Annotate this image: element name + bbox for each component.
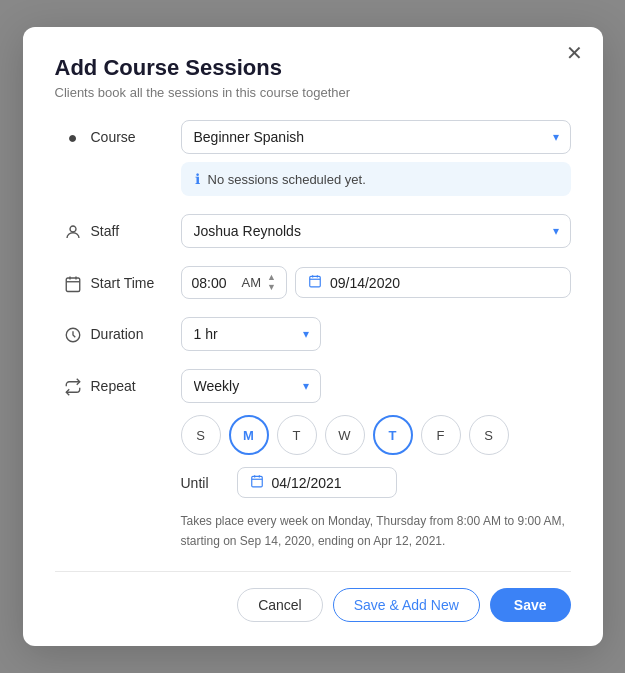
until-row: Until 04/12/2021 bbox=[181, 467, 571, 498]
staff-field-row: Staff Joshua Reynolds ▾ bbox=[55, 214, 571, 248]
svg-rect-1 bbox=[66, 278, 80, 292]
svg-rect-10 bbox=[251, 477, 262, 488]
repeat-field-row: Repeat Weekly ▾ bbox=[55, 369, 571, 403]
time-input[interactable]: 08:00 bbox=[192, 275, 236, 291]
svg-rect-5 bbox=[310, 277, 321, 288]
course-dot-icon: ● bbox=[55, 120, 91, 147]
course-info-box: ℹ No sessions scheduled yet. bbox=[181, 162, 571, 196]
start-time-field-content: 08:00 AM ▲ ▼ bbox=[181, 266, 571, 299]
add-course-sessions-modal: ✕ Add Course Sessions Clients book all t… bbox=[23, 27, 603, 645]
close-button[interactable]: ✕ bbox=[566, 43, 583, 63]
day-btn-wed[interactable]: W bbox=[325, 415, 365, 455]
time-arrows[interactable]: ▲ ▼ bbox=[267, 273, 276, 292]
cancel-button[interactable]: Cancel bbox=[237, 588, 323, 622]
repeat-field-content: Weekly ▾ bbox=[181, 369, 571, 403]
time-input-box[interactable]: 08:00 AM ▲ ▼ bbox=[181, 266, 287, 299]
course-label: Course bbox=[91, 120, 181, 145]
duration-clock-icon bbox=[55, 317, 91, 344]
time-down-arrow[interactable]: ▼ bbox=[267, 283, 276, 292]
date-calendar-icon bbox=[308, 274, 322, 291]
course-select[interactable]: Beginner Spanish bbox=[181, 120, 571, 154]
day-btn-sun[interactable]: S bbox=[181, 415, 221, 455]
save-add-new-button[interactable]: Save & Add New bbox=[333, 588, 480, 622]
course-field-content: Beginner Spanish ▾ ℹ No sessions schedul… bbox=[181, 120, 571, 196]
start-time-field-row: Start Time 08:00 AM ▲ ▼ bbox=[55, 266, 571, 299]
save-button[interactable]: Save bbox=[490, 588, 571, 622]
until-date-box[interactable]: 04/12/2021 bbox=[237, 467, 397, 498]
course-field-row: ● Course Beginner Spanish ▾ ℹ No session… bbox=[55, 120, 571, 196]
modal-subtitle: Clients book all the sessions in this co… bbox=[55, 85, 571, 100]
until-date-value: 04/12/2021 bbox=[272, 475, 342, 491]
repeat-icon bbox=[55, 369, 91, 396]
day-btn-mon[interactable]: M bbox=[229, 415, 269, 455]
days-section: S M T W T F S Until 04/12/2021 bbox=[181, 415, 571, 550]
course-info-text: No sessions scheduled yet. bbox=[208, 172, 366, 187]
duration-field-row: Duration 1 hr ▾ bbox=[55, 317, 571, 351]
course-select-wrapper: Beginner Spanish ▾ bbox=[181, 120, 571, 154]
summary-text: Takes place every week on Monday, Thursd… bbox=[181, 512, 571, 550]
staff-label: Staff bbox=[91, 214, 181, 239]
until-label: Until bbox=[181, 475, 225, 491]
am-pm-label: AM bbox=[242, 275, 262, 290]
duration-label: Duration bbox=[91, 317, 181, 342]
day-btn-sat[interactable]: S bbox=[469, 415, 509, 455]
until-calendar-icon bbox=[250, 474, 264, 491]
duration-select-wrapper: 1 hr ▾ bbox=[181, 317, 321, 351]
repeat-select[interactable]: Weekly bbox=[181, 369, 321, 403]
repeat-label: Repeat bbox=[91, 369, 181, 394]
duration-select[interactable]: 1 hr bbox=[181, 317, 321, 351]
start-time-label: Start Time bbox=[91, 266, 181, 291]
staff-field-content: Joshua Reynolds ▾ bbox=[181, 214, 571, 248]
staff-user-icon bbox=[55, 214, 91, 241]
start-time-row: 08:00 AM ▲ ▼ bbox=[181, 266, 571, 299]
days-row: S M T W T F S bbox=[181, 415, 571, 455]
day-btn-tue[interactable]: T bbox=[277, 415, 317, 455]
date-input-box[interactable]: 09/14/2020 bbox=[295, 267, 571, 298]
duration-field-content: 1 hr ▾ bbox=[181, 317, 571, 351]
start-time-calendar-icon bbox=[55, 266, 91, 293]
time-up-arrow[interactable]: ▲ bbox=[267, 273, 276, 282]
staff-select[interactable]: Joshua Reynolds bbox=[181, 214, 571, 248]
date-value: 09/14/2020 bbox=[330, 275, 400, 291]
repeat-select-wrapper: Weekly ▾ bbox=[181, 369, 321, 403]
modal-title: Add Course Sessions bbox=[55, 55, 571, 81]
svg-point-0 bbox=[70, 226, 76, 232]
info-icon: ℹ bbox=[195, 171, 200, 187]
day-btn-thu[interactable]: T bbox=[373, 415, 413, 455]
footer-buttons: Cancel Save & Add New Save bbox=[55, 571, 571, 622]
day-btn-fri[interactable]: F bbox=[421, 415, 461, 455]
staff-select-wrapper: Joshua Reynolds ▾ bbox=[181, 214, 571, 248]
